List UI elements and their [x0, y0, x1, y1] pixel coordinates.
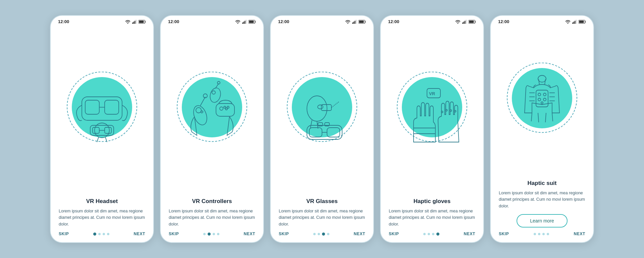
svg-rect-76: [575, 21, 576, 24]
svg-rect-79: [579, 20, 584, 23]
svg-rect-6: [139, 20, 144, 23]
svg-rect-19: [242, 22, 243, 24]
skip-button-5[interactable]: SKIP: [499, 232, 509, 236]
status-bar-2: 12:00: [161, 16, 263, 25]
nav-area-2: SKIP NEXT: [161, 228, 263, 242]
next-button-5[interactable]: NEXT: [574, 232, 585, 236]
status-icons-2: [235, 20, 256, 24]
svg-point-34: [225, 108, 227, 110]
svg-line-98: [545, 113, 546, 122]
wifi-icon-4: [455, 20, 461, 24]
dot-3-1: [318, 233, 320, 235]
wifi-icon: [125, 20, 130, 24]
svg-point-85: [541, 102, 543, 104]
svg-rect-41: [354, 21, 355, 24]
dot-2-0: [203, 233, 206, 235]
signal-icon-3: [352, 20, 357, 24]
svg-rect-53: [309, 128, 322, 137]
phone-screen-2: 12:00: [160, 15, 264, 243]
vr-headset-icon: [72, 78, 132, 145]
battery-icon-2: [249, 20, 256, 24]
phone-screen-1: 12:00: [50, 15, 154, 243]
svg-point-25: [191, 104, 209, 127]
svg-rect-40: [352, 22, 353, 24]
skip-button-4[interactable]: SKIP: [389, 232, 399, 236]
nav-dots-5: [534, 233, 549, 235]
svg-point-39: [347, 23, 348, 24]
svg-rect-3: [135, 21, 136, 24]
next-button-3[interactable]: NEXT: [354, 232, 365, 236]
svg-rect-16: [105, 127, 111, 133]
svg-point-33: [227, 106, 229, 108]
dot-3-0: [313, 233, 316, 235]
wifi-icon-3: [345, 20, 351, 24]
skip-button-1[interactable]: SKIP: [59, 232, 69, 236]
nav-dots-3: [313, 233, 329, 236]
svg-rect-74: [572, 22, 573, 24]
svg-line-51: [331, 102, 339, 108]
next-button-4[interactable]: NEXT: [464, 232, 475, 236]
dot-2-1: [208, 233, 211, 236]
dot-1-3: [107, 233, 109, 235]
signal-icon: [132, 20, 137, 24]
card-title-1: VR Headset: [59, 198, 145, 205]
content-area-5: Haptic suit Lorem ipsum dolor sit dim am…: [491, 177, 593, 228]
content-area-3: VR Glasses Lorem ipsum dolor sit dim ame…: [271, 195, 373, 228]
svg-rect-43: [356, 20, 357, 24]
svg-point-18: [237, 23, 238, 24]
signal-icon-2: [242, 20, 247, 24]
dot-4-1: [428, 233, 430, 235]
svg-text:VR: VR: [429, 91, 435, 96]
content-area-1: VR Headset Lorem ipsum dolor sit dim ame…: [51, 195, 153, 228]
status-time-4: 12:00: [388, 19, 399, 24]
card-title-5: Haptic suit: [499, 180, 585, 187]
nav-area-5: SKIP NEXT: [491, 228, 593, 242]
skip-button-2[interactable]: SKIP: [169, 232, 179, 236]
wifi-icon-2: [235, 20, 240, 24]
svg-point-35: [209, 87, 222, 104]
svg-rect-11: [85, 100, 99, 114]
svg-rect-54: [327, 128, 340, 137]
nav-area-1: SKIP NEXT: [51, 228, 153, 242]
learn-more-button[interactable]: Learn more: [517, 214, 568, 228]
card-title-4: Haptic gloves: [389, 198, 475, 205]
dot-1-1: [98, 233, 101, 235]
dot-2-2: [213, 233, 215, 235]
svg-line-96: [552, 113, 553, 121]
status-icons-5: [565, 20, 586, 24]
svg-point-94: [538, 75, 546, 82]
next-button-2[interactable]: NEXT: [244, 232, 255, 236]
svg-point-49: [318, 105, 323, 109]
dot-5-0: [534, 233, 536, 235]
svg-rect-20: [244, 21, 245, 24]
svg-point-27: [201, 111, 203, 113]
nav-area-3: SKIP NEXT: [271, 228, 373, 242]
dot-4-2: [432, 233, 434, 235]
svg-line-8: [97, 137, 99, 142]
card-body-1: Lorem ipsum dolor sit dim amet, mea regi…: [59, 208, 145, 228]
card-title-2: VR Controllers: [169, 198, 255, 205]
dot-5-1: [538, 233, 540, 235]
status-bar-3: 12:00: [271, 16, 373, 25]
status-icons-3: [345, 20, 366, 24]
phone-screen-4: 12:00 VR: [380, 15, 484, 243]
status-bar-5: 12:00: [491, 16, 593, 25]
nav-dots-1: [93, 233, 109, 236]
status-time-3: 12:00: [278, 19, 289, 24]
next-button-1[interactable]: NEXT: [134, 232, 145, 236]
skip-button-3[interactable]: SKIP: [279, 232, 289, 236]
illustration-area-2: [161, 25, 263, 195]
svg-rect-77: [576, 20, 577, 24]
nav-dots-2: [203, 233, 219, 236]
svg-point-82: [543, 93, 546, 96]
status-time-2: 12:00: [168, 19, 179, 24]
haptic-suit-icon: [512, 69, 572, 136]
nav-dots-4: [423, 233, 439, 236]
status-icons-1: [125, 20, 146, 24]
card-body-3: Lorem ipsum dolor sit dim amet, mea regi…: [279, 208, 365, 228]
svg-point-84: [543, 98, 546, 101]
vr-controllers-icon: [182, 78, 242, 145]
svg-point-36: [212, 91, 215, 94]
dot-5-3: [547, 233, 549, 235]
svg-rect-64: [469, 20, 474, 23]
